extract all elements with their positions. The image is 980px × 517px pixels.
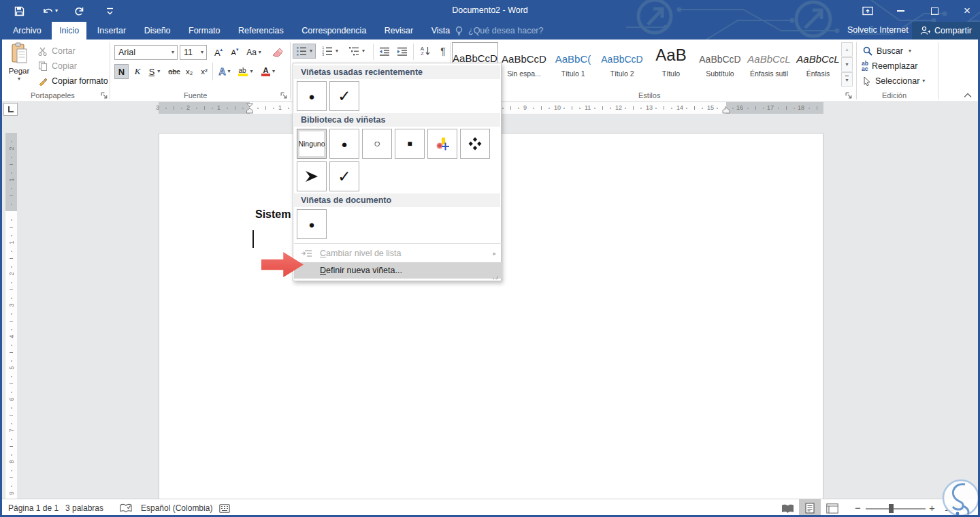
right-indent-marker[interactable] <box>722 107 730 114</box>
bullets-caret-icon[interactable]: ▾ <box>310 48 312 54</box>
proofing-status-icon[interactable] <box>120 503 132 514</box>
font-family-caret-icon[interactable]: ▾ <box>172 50 174 55</box>
sort-button[interactable]: AZ <box>416 44 434 59</box>
numbering-button[interactable]: 123 ▾ <box>318 44 342 59</box>
font-color-caret-icon[interactable]: ▾ <box>272 69 275 74</box>
font-dialog-launcher[interactable] <box>280 92 288 99</box>
zoom-in-button[interactable]: + <box>929 502 935 514</box>
bold-button[interactable]: N <box>114 64 129 79</box>
menu-resize-grip[interactable] <box>493 276 498 279</box>
indent-marker[interactable] <box>246 103 254 114</box>
tab-vista[interactable]: Vista <box>424 22 458 40</box>
shrink-font-button[interactable]: A▾ <box>227 45 242 60</box>
numbering-caret-icon[interactable]: ▾ <box>336 48 338 54</box>
style-item-titulo[interactable]: AaB Título <box>648 42 696 83</box>
bullet-option-recent-dot[interactable]: ● <box>297 81 327 111</box>
keyboard-status-icon[interactable] <box>219 504 230 513</box>
highlight-button[interactable]: ab ▾ <box>235 64 256 79</box>
ribbon-display-options-button[interactable] <box>856 0 879 22</box>
bullets-button[interactable]: ▾ <box>293 44 316 59</box>
tab-stop-selector[interactable] <box>3 103 18 116</box>
styles-dialog-launcher[interactable] <box>845 92 853 99</box>
bullet-option-circle[interactable]: ○ <box>362 129 392 159</box>
bullet-option-diamonds[interactable] <box>460 129 490 159</box>
styles-scroll-up-button[interactable]: ▴ <box>841 42 853 57</box>
collapse-ribbon-button[interactable] <box>964 93 972 98</box>
bullet-option-document-dot[interactable]: ● <box>297 209 327 239</box>
style-item-sin-espaciado[interactable]: AaBbCcD Sin espa... <box>501 42 549 83</box>
tab-archivo[interactable]: Archivo <box>5 22 49 40</box>
format-painter-button[interactable]: Copiar formato <box>38 74 108 89</box>
share-button[interactable]: Compartir <box>912 22 980 40</box>
style-item-enfasis-sutil[interactable]: AaBbCcL Énfasis sutil <box>746 42 794 83</box>
menu-item-define-new-bullet[interactable]: Definir nueva viñeta... <box>294 262 502 279</box>
tab-revisar[interactable]: Revisar <box>377 22 421 40</box>
find-caret-icon[interactable]: ▾ <box>909 48 911 54</box>
multilevel-list-button[interactable]: ▾ <box>344 44 369 59</box>
maximize-button[interactable] <box>923 0 946 22</box>
style-item-enfasis[interactable]: AaBbCcL Énfasis <box>795 42 843 83</box>
zoom-slider-thumb[interactable] <box>889 504 894 513</box>
page-count-status[interactable]: Página 1 de 1 <box>8 503 59 513</box>
underline-caret-icon[interactable]: ▾ <box>157 69 160 74</box>
bullet-option-dot[interactable]: ● <box>329 129 359 159</box>
superscript-button[interactable]: x² <box>197 64 212 79</box>
bullet-option-arrowhead[interactable] <box>297 161 327 191</box>
tab-inicio[interactable]: Inicio <box>52 22 86 40</box>
tab-correspondencia[interactable]: Correspondencia <box>294 22 374 40</box>
zoom-out-button[interactable]: − <box>855 502 861 514</box>
language-status[interactable]: Español (Colombia) <box>141 503 212 513</box>
change-case-button[interactable]: Aa▾ <box>245 45 263 60</box>
minimize-button[interactable] <box>889 0 912 22</box>
font-color-button[interactable]: A ▾ <box>259 64 278 79</box>
tell-me-box[interactable]: ¿Qué desea hacer? <box>455 22 544 40</box>
style-item-subtitulo[interactable]: AaBbCcD Subtítulo <box>697 42 745 83</box>
zoom-percentage[interactable]: 120% <box>945 503 966 513</box>
paste-button[interactable]: Pegar ▾ <box>4 42 34 87</box>
word-count-status[interactable]: 3 palabras <box>65 503 103 513</box>
tab-insertar[interactable]: Insertar <box>90 22 133 40</box>
increase-indent-button[interactable] <box>394 44 410 59</box>
tab-formato[interactable]: Formato <box>181 22 228 40</box>
font-size-caret-icon[interactable]: ▾ <box>201 50 203 55</box>
style-item-titulo2[interactable]: AaBbCcD Título 2 <box>599 42 647 83</box>
font-size-combo[interactable]: 11 ▾ <box>180 45 207 60</box>
select-caret-icon[interactable]: ▾ <box>922 78 925 84</box>
clear-formatting-button[interactable] <box>271 45 284 60</box>
tab-referencias[interactable]: Referencias <box>231 22 291 40</box>
style-item-titulo1[interactable]: AaBbC( Título 1 <box>550 42 598 83</box>
read-mode-view-button[interactable] <box>781 504 794 514</box>
select-button[interactable]: Seleccionar ▾ <box>863 74 925 89</box>
decrease-indent-button[interactable] <box>376 44 393 59</box>
account-name[interactable]: Solvetic Internet <box>847 25 909 35</box>
copy-button[interactable]: Copiar <box>38 59 77 74</box>
subscript-button[interactable]: x₂ <box>182 64 197 79</box>
strikethrough-button[interactable]: abc <box>165 64 183 79</box>
clipboard-dialog-launcher[interactable] <box>101 92 108 99</box>
bullet-option-picture[interactable] <box>427 129 457 159</box>
bullet-option-square[interactable]: ■ <box>395 129 425 159</box>
italic-button[interactable]: K <box>131 64 144 79</box>
replace-button[interactable]: abac Reemplazar <box>862 59 917 74</box>
close-button[interactable]: × <box>956 0 979 22</box>
menu-item-change-list-level[interactable]: Cambiar nivel de lista ▸ <box>294 245 502 262</box>
bullet-option-none[interactable]: Ninguno <box>297 129 327 159</box>
font-family-combo[interactable]: Arial ▾ <box>114 45 178 60</box>
styles-more-button[interactable]: ▾ <box>841 72 853 87</box>
underline-button[interactable]: S ▾ <box>145 64 164 79</box>
zoom-slider-track[interactable] <box>866 508 926 510</box>
web-layout-view-button[interactable] <box>826 503 838 514</box>
multilevel-caret-icon[interactable]: ▾ <box>362 48 365 54</box>
find-button[interactable]: Buscar ▾ <box>863 44 911 59</box>
style-name: Subtítulo <box>697 69 743 78</box>
grow-font-button[interactable]: A▴ <box>211 45 226 60</box>
tab-diseno[interactable]: Diseño <box>137 22 178 40</box>
highlight-caret-icon[interactable]: ▾ <box>250 69 252 74</box>
vertical-ruler[interactable]: 21123456789 <box>5 133 17 499</box>
bullet-option-recent-check[interactable]: ✓ <box>329 81 359 111</box>
text-effects-button[interactable]: A ▾ <box>215 64 234 79</box>
bullet-option-check2[interactable]: ✓ <box>329 161 359 191</box>
cut-button[interactable]: Cortar <box>38 44 76 59</box>
show-marks-button[interactable]: ¶ <box>436 44 450 59</box>
styles-scroll-down-button[interactable]: ▾ <box>841 57 853 72</box>
